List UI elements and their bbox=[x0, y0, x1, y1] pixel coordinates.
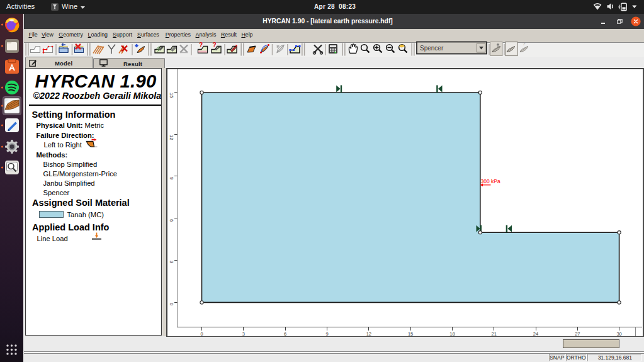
svg-text:?: ? bbox=[213, 42, 217, 48]
svg-text:?: ? bbox=[199, 42, 203, 48]
svg-text:300 kPa: 300 kPa bbox=[481, 178, 500, 184]
svg-text:?: ? bbox=[523, 41, 526, 47]
svg-text:Spencer: Spencer bbox=[420, 45, 444, 52]
